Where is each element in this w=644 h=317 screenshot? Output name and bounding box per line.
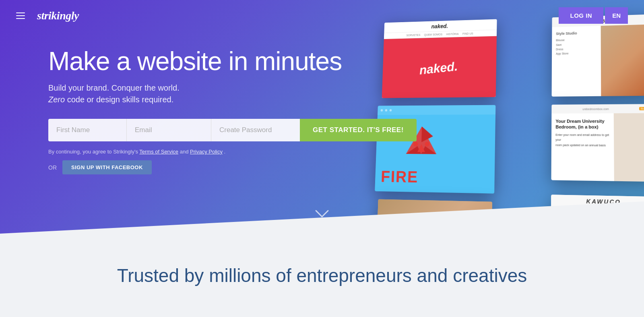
hamburger-menu[interactable] — [16, 12, 25, 19]
hero-title: Make a website in minutes — [48, 47, 644, 75]
bottom-title: Trusted by millions of entrepreneurs and… — [117, 265, 527, 286]
password-input[interactable] — [211, 119, 300, 141]
hero-subtitle2: Zero code or design skills required. — [48, 95, 644, 104]
bottom-section: Trusted by millions of entrepreneurs and… — [0, 234, 644, 317]
terms-suffix: . — [224, 149, 226, 155]
terms-middle: and — [180, 149, 190, 155]
email-input[interactable] — [127, 119, 211, 141]
navbar-right: LOG IN EN — [559, 7, 628, 24]
navbar-left: strikingly — [16, 9, 79, 22]
chevron-down-icon[interactable] — [314, 209, 330, 222]
hero-section: strikingly LOG IN EN Make a website in m… — [0, 0, 644, 234]
hero-content: Make a website in minutes Build your bra… — [0, 31, 644, 174]
terms-prefix: By continuing, you agree to Strikingly's — [48, 149, 139, 155]
navbar: strikingly LOG IN EN — [0, 0, 644, 31]
zero-italic: Zero — [48, 95, 65, 104]
terms-link[interactable]: Terms of Service — [139, 149, 178, 155]
language-button[interactable]: EN — [605, 7, 628, 24]
logo: strikingly — [37, 9, 79, 22]
login-button[interactable]: LOG IN — [559, 7, 603, 24]
signup-form: GET STARTED. IT'S FREE! — [48, 119, 644, 141]
privacy-link[interactable]: Privacy Policy — [190, 149, 223, 155]
terms-text: By continuing, you agree to Strikingly's… — [48, 149, 644, 155]
or-row: OR SIGN UP WITH FACEBOOK — [48, 160, 644, 174]
get-started-button[interactable]: GET STARTED. IT'S FREE! — [300, 119, 417, 141]
firstname-input[interactable] — [48, 119, 127, 141]
hero-subtitle1: Build your brand. Conquer the world. — [48, 83, 644, 93]
or-text: OR — [48, 164, 57, 171]
hero-subtitle2-suffix: code or design skills required. — [65, 95, 173, 104]
facebook-signup-button[interactable]: SIGN UP WITH FACEBOOK — [62, 160, 152, 174]
